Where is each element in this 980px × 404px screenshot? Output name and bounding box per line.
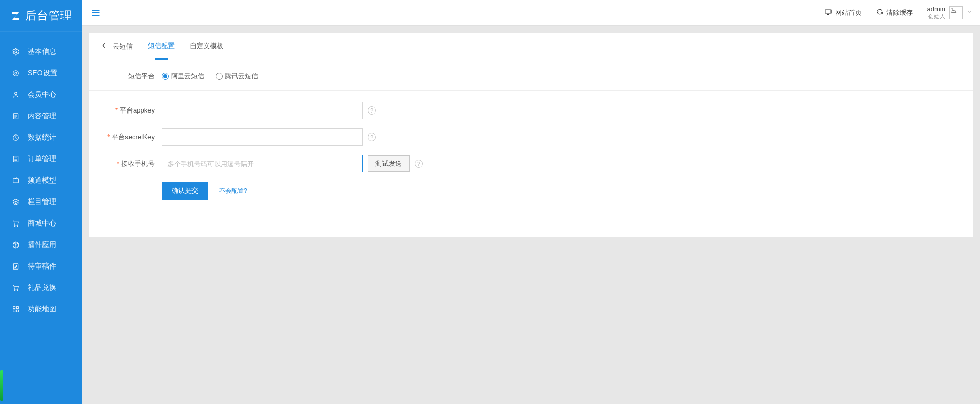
- target-icon: [11, 69, 20, 78]
- sidebar-item-label: 会员中心: [28, 90, 56, 99]
- sidebar-item-orders[interactable]: 订单管理: [0, 148, 82, 170]
- layers-icon: [11, 197, 20, 207]
- content: 云短信 短信配置 自定义模板 短信平台 阿里云短信 腾讯云短信: [82, 26, 980, 404]
- radio-icon: [162, 73, 169, 80]
- sidebar-item-label: 频道模型: [28, 176, 56, 185]
- svg-point-2: [15, 72, 17, 74]
- row-submit: 确认提交 不会配置?: [100, 182, 962, 200]
- edit-document-icon: [11, 262, 20, 271]
- svg-rect-15: [13, 310, 15, 312]
- hamburger-icon[interactable]: [90, 8, 101, 18]
- help-config-link[interactable]: 不会配置?: [219, 187, 247, 195]
- grid-icon: [11, 305, 20, 314]
- sidebar-item-sitemap[interactable]: 功能地图: [0, 299, 82, 320]
- sidebar-item-seo[interactable]: SEO设置: [0, 62, 82, 84]
- phone-label: *接收手机号: [100, 159, 162, 168]
- secret-label: *平台secretKey: [100, 132, 162, 142]
- help-icon[interactable]: ?: [415, 160, 423, 168]
- avatar: [949, 6, 963, 19]
- sidebar-item-pending[interactable]: 待审稿件: [0, 256, 82, 277]
- chevron-down-icon: [967, 9, 973, 16]
- sidebar-nav: 基本信息 SEO设置 会员中心 内容管理 数据统计 订单管理 频道模型 栏目管: [0, 32, 82, 320]
- appkey-input[interactable]: [162, 102, 363, 119]
- sidebar-item-label: 基本信息: [28, 47, 56, 56]
- top-actions: 网站首页 清除缓存 admin 创始人: [824, 5, 973, 20]
- sidebar-item-label: 礼品兑换: [28, 283, 56, 293]
- sidebar-indicator: [0, 370, 3, 401]
- svg-point-1: [13, 71, 19, 76]
- radio-aliyun-label: 阿里云短信: [171, 72, 204, 81]
- radio-aliyun[interactable]: 阿里云短信: [162, 72, 204, 81]
- user-menu[interactable]: admin 创始人: [927, 5, 973, 20]
- sidebar-item-column[interactable]: 栏目管理: [0, 191, 82, 213]
- arrow-left-icon: [100, 41, 109, 51]
- row-phone: *接收手机号 测试发送 ?: [100, 155, 962, 172]
- brand-logo-icon: [10, 9, 23, 23]
- brand-text: 后台管理: [25, 8, 72, 24]
- top-clear-cache[interactable]: 清除缓存: [876, 8, 913, 17]
- svg-rect-16: [16, 310, 18, 312]
- sidebar-item-member[interactable]: 会员中心: [0, 84, 82, 105]
- topbar: 网站首页 清除缓存 admin 创始人: [82, 0, 980, 26]
- form: 短信平台 阿里云短信 腾讯云短信 *平台appkey ?: [89, 60, 973, 225]
- tv-icon: [11, 176, 20, 185]
- svg-rect-13: [13, 307, 15, 309]
- platform-label: 短信平台: [100, 72, 162, 81]
- svg-point-3: [15, 92, 17, 95]
- sidebar-item-stats[interactable]: 数据统计: [0, 127, 82, 148]
- tab-sms-config[interactable]: 短信配置: [148, 41, 175, 52]
- refresh-icon: [876, 8, 883, 17]
- sidebar-item-label: 商城中心: [28, 219, 56, 228]
- secret-input[interactable]: [162, 128, 363, 146]
- submit-button[interactable]: 确认提交: [162, 182, 208, 200]
- radio-tencent-label: 腾讯云短信: [225, 72, 258, 81]
- divider: [89, 90, 973, 91]
- brand[interactable]: 后台管理: [0, 0, 82, 32]
- sidebar-item-content[interactable]: 内容管理: [0, 105, 82, 127]
- user-name: admin: [927, 5, 945, 13]
- list-icon: [11, 154, 20, 164]
- document-icon: [11, 111, 20, 121]
- sidebar-item-label: 数据统计: [28, 133, 56, 142]
- tabs: 云短信 短信配置 自定义模板: [89, 33, 973, 60]
- user-icon: [11, 90, 20, 99]
- top-home-link[interactable]: 网站首页: [824, 8, 862, 17]
- card: 云短信 短信配置 自定义模板 短信平台 阿里云短信 腾讯云短信: [89, 33, 973, 237]
- sidebar-item-gift[interactable]: 礼品兑换: [0, 277, 82, 299]
- sidebar-item-plugin[interactable]: 插件应用: [0, 234, 82, 256]
- phone-input[interactable]: [162, 155, 363, 172]
- sidebar-item-channel[interactable]: 频道模型: [0, 170, 82, 191]
- row-secret: *平台secretKey ?: [100, 128, 962, 146]
- gear-icon: [11, 47, 20, 56]
- test-send-button[interactable]: 测试发送: [368, 155, 410, 172]
- top-home-label: 网站首页: [835, 8, 862, 17]
- tab-custom-template[interactable]: 自定义模板: [190, 41, 223, 52]
- clock-icon: [11, 133, 20, 142]
- back-link[interactable]: 云短信: [100, 41, 133, 51]
- row-appkey: *平台appkey ?: [100, 102, 962, 119]
- sidebar-item-label: 功能地图: [28, 305, 56, 314]
- back-label: 云短信: [113, 42, 133, 51]
- svg-point-12: [17, 290, 18, 291]
- svg-rect-17: [825, 10, 830, 13]
- monitor-icon: [824, 8, 832, 17]
- sidebar-item-basic-info[interactable]: 基本信息: [0, 41, 82, 62]
- sidebar-item-label: 待审稿件: [28, 262, 56, 271]
- sidebar-item-label: 内容管理: [28, 111, 56, 121]
- sidebar: 后台管理 基本信息 SEO设置 会员中心 内容管理 数据统计 订单管理 频道: [0, 0, 82, 404]
- sidebar-item-mall[interactable]: 商城中心: [0, 213, 82, 234]
- cart-icon: [11, 219, 20, 228]
- top-cache-label: 清除缓存: [886, 8, 913, 17]
- sidebar-item-label: 订单管理: [28, 154, 56, 164]
- sidebar-item-label: 栏目管理: [28, 197, 56, 207]
- svg-point-9: [17, 226, 18, 227]
- sidebar-item-label: SEO设置: [28, 69, 57, 78]
- radio-tencent[interactable]: 腾讯云短信: [216, 72, 258, 81]
- help-icon[interactable]: ?: [368, 106, 376, 115]
- row-platform: 短信平台 阿里云短信 腾讯云短信: [100, 72, 962, 81]
- svg-point-8: [14, 226, 15, 227]
- user-role: 创始人: [927, 13, 945, 20]
- cart-icon: [11, 283, 20, 293]
- svg-rect-14: [16, 307, 18, 309]
- help-icon[interactable]: ?: [368, 133, 376, 141]
